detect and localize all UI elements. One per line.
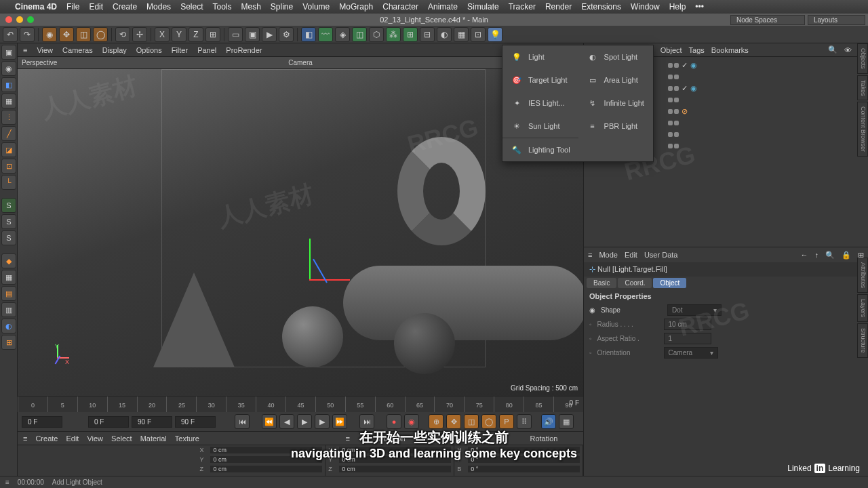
key-pos-button[interactable]: ⊕ xyxy=(429,414,443,429)
eye-icon[interactable]: 👁 xyxy=(844,46,852,54)
vp-menu-filter[interactable]: Filter xyxy=(172,46,188,54)
hamburger-icon[interactable]: ≡ xyxy=(5,479,9,486)
menu-create[interactable]: Create xyxy=(113,2,137,12)
attr-orientation-select[interactable]: Camera▾ xyxy=(664,347,718,359)
vp-menu-options[interactable]: Options xyxy=(136,46,162,54)
viewport-solo-button[interactable]: S xyxy=(1,214,16,229)
vp-menu-prorender[interactable]: ProRender xyxy=(226,46,262,54)
menu-modes[interactable]: Modes xyxy=(146,2,171,12)
texture-mode-button[interactable]: ◉ xyxy=(1,61,16,76)
axis-z-button[interactable]: Z xyxy=(189,27,203,42)
app-name[interactable]: Cinema 4D xyxy=(15,2,57,12)
key-pla-button[interactable]: P xyxy=(499,414,514,429)
tab-layers[interactable]: Layers xyxy=(857,294,868,322)
menu-simulate[interactable]: Simulate xyxy=(467,2,499,12)
axis-x-button[interactable]: X xyxy=(155,27,170,42)
rotate-tool-button[interactable]: ◯ xyxy=(93,27,108,42)
spline-primitive-button[interactable]: 〰 xyxy=(318,27,333,42)
menu-mograph[interactable]: MoGraph xyxy=(339,2,373,12)
animation-mode-button[interactable]: ▦ xyxy=(1,94,16,108)
planar-workplane-button[interactable]: ▥ xyxy=(1,302,16,317)
object-mode-button[interactable]: ◧ xyxy=(1,77,16,92)
key-param-button[interactable]: ◯ xyxy=(481,414,496,429)
environment-button[interactable]: ◐ xyxy=(437,27,452,42)
record-button[interactable]: ● xyxy=(387,414,401,429)
menu-tracker[interactable]: Tracker xyxy=(509,2,536,12)
uv-points-button[interactable]: ⊡ xyxy=(1,159,16,174)
frame-start-field[interactable]: 0 F xyxy=(22,416,62,428)
maximize-window-button[interactable] xyxy=(27,16,34,23)
light-menu-ies[interactable]: ✦IES Light... xyxy=(502,92,578,115)
cube-primitive-button[interactable]: ◧ xyxy=(301,27,316,42)
tab-attributes[interactable]: Attributes xyxy=(857,258,868,293)
attr-radius-field[interactable]: 10 cm xyxy=(664,319,711,330)
camera-button[interactable]: ▦ xyxy=(454,27,469,42)
key-rot-button[interactable]: ◫ xyxy=(464,414,479,429)
next-frame-button[interactable]: ▶ xyxy=(315,414,330,429)
menu-volume[interactable]: Volume xyxy=(302,2,330,12)
axis-y-button[interactable]: Y xyxy=(172,27,186,42)
light-menu-infinite[interactable]: ↯Infinite Light xyxy=(578,92,653,115)
viewport-3d[interactable]: YX Grid Spacing : 500 cm xyxy=(18,69,583,396)
vp-menu-panel[interactable]: Panel xyxy=(197,46,216,54)
deformer-button[interactable]: ⊟ xyxy=(420,27,435,42)
menu-animate[interactable]: Animate xyxy=(428,2,458,12)
obj-menu-object[interactable]: Object xyxy=(660,46,682,54)
fields-button[interactable]: ⊞ xyxy=(403,27,418,42)
attr-tab-object[interactable]: Object xyxy=(653,278,686,288)
nav-search-icon[interactable]: 🔍 xyxy=(825,251,835,260)
key-options-button[interactable]: ⠿ xyxy=(517,414,532,429)
quantize-button[interactable]: ⊞ xyxy=(1,335,16,350)
subdivision-button[interactable]: ◫ xyxy=(352,27,367,42)
goto-end-button[interactable]: ⏭ xyxy=(359,414,374,429)
mat-menu-view[interactable]: View xyxy=(87,434,103,443)
scale-tool-button[interactable]: ◫ xyxy=(76,27,91,42)
node-spaces-select[interactable]: Node Spaces xyxy=(730,15,805,25)
search-icon[interactable]: 🔍 xyxy=(828,45,837,54)
mat-menu-select[interactable]: Select xyxy=(111,434,132,443)
light-menu-area[interactable]: ▭Area Light xyxy=(578,68,653,92)
redo-button[interactable]: ↷ xyxy=(20,27,35,42)
tab-content-browser[interactable]: Content Browser xyxy=(857,102,868,157)
hamburger-icon[interactable]: ≡ xyxy=(23,46,27,54)
menu-mesh[interactable]: Mesh xyxy=(241,2,261,12)
tab-takes[interactable]: Takes xyxy=(857,75,868,101)
next-key-button[interactable]: ⏩ xyxy=(332,414,347,429)
attr-menu-userdata[interactable]: User Data xyxy=(644,251,678,259)
uv-polys-button[interactable]: └ xyxy=(1,175,16,190)
attr-tab-basic[interactable]: Basic xyxy=(587,278,616,288)
light-menu-spot[interactable]: ◐Spot Light xyxy=(578,45,653,68)
menu-more-icon[interactable]: ••• xyxy=(695,2,704,12)
nav-lock-icon[interactable]: 🔒 xyxy=(842,251,851,260)
render-view-button[interactable]: ▭ xyxy=(228,27,243,42)
mat-menu-edit[interactable]: Edit xyxy=(66,434,79,443)
vp-menu-view[interactable]: View xyxy=(37,46,53,54)
menu-extensions[interactable]: Extensions xyxy=(581,2,621,12)
frame-end2-field[interactable]: 90 F xyxy=(175,416,216,428)
mat-menu-material[interactable]: Material xyxy=(140,434,167,443)
model-mode-button[interactable]: ▣ xyxy=(1,45,16,60)
frame-current-field[interactable]: 0 F xyxy=(88,416,129,428)
attr-shape-select[interactable]: Dot▾ xyxy=(667,304,722,316)
obj-menu-tags[interactable]: Tags xyxy=(689,46,705,54)
light-menu-pbr[interactable]: ≡PBR Light xyxy=(578,115,653,138)
attr-menu-mode[interactable]: Mode xyxy=(599,251,618,259)
coords-button[interactable]: ⊞ xyxy=(205,27,220,42)
mograph-button[interactable]: ⁂ xyxy=(386,27,401,42)
menu-spline[interactable]: Spline xyxy=(271,2,293,12)
mat-menu-create[interactable]: Create xyxy=(35,434,58,443)
timeline-options-button[interactable]: ▦ xyxy=(559,414,574,429)
render-settings-button[interactable]: ⚙ xyxy=(279,27,294,42)
sound-button[interactable]: 🔊 xyxy=(541,414,556,429)
pos-z-field[interactable]: 0 cm xyxy=(210,466,322,472)
close-window-button[interactable] xyxy=(5,16,12,23)
size-z-field[interactable]: 0 cm xyxy=(339,466,451,472)
vp-menu-display[interactable]: Display xyxy=(102,46,127,54)
light-menu-target[interactable]: 🎯Target Light xyxy=(502,68,578,92)
axis-snap-button[interactable]: ◐ xyxy=(1,319,16,333)
snap-button[interactable]: ◆ xyxy=(1,253,16,268)
nav-up-icon[interactable]: ↑ xyxy=(815,251,819,259)
nav-back-icon[interactable]: ← xyxy=(801,251,808,259)
hamburger-icon[interactable]: ≡ xyxy=(23,434,27,443)
attr-menu-edit[interactable]: Edit xyxy=(625,251,637,259)
